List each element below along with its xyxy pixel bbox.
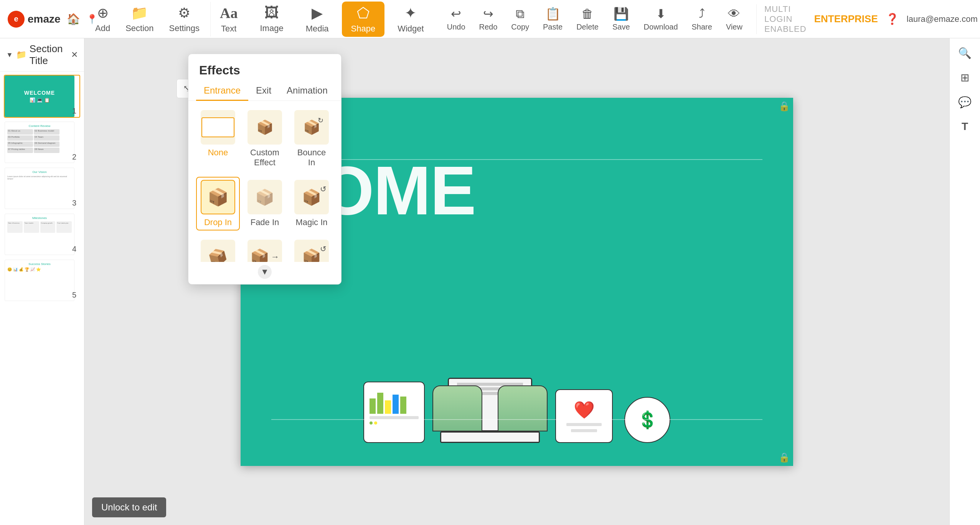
effect-roll[interactable]: 📦 Roll In [196,237,240,262]
tab-exit[interactable]: Exit [248,81,279,101]
section-title-header: ▼ 📁 Section Title ✕ [0,38,84,72]
slide-thumb-4[interactable]: Milestones Start of business Team Leader… [4,213,80,256]
tool-widget[interactable]: ✦ Widget [388,2,433,37]
settings-button[interactable]: ⚙ Settings [162,2,208,36]
effects-modal: Effects Entrance Exit Animation None 📦 C… [188,54,342,285]
effect-magic[interactable]: 📦 ↺ Magic In [290,177,333,230]
effect-bounce[interactable]: 📦 ↻ Bounce In [290,107,333,171]
tool-image[interactable]: 🖼 Image [251,2,293,36]
center-tools: Aa Text 🖼 Image ▶ Media ⬠ Shape ✦ Widget [211,2,433,37]
effect-slide[interactable]: 📦 → Slide In [243,237,287,262]
save-button[interactable]: 💾 Save [606,4,636,34]
section-icon: 📁 [131,5,148,21]
tool-shape[interactable]: ⬠ Shape [342,2,385,37]
emaze-logo[interactable]: e emaze [8,11,61,28]
delete-button[interactable]: 🗑 Delete [570,5,605,34]
effect-drop-icon: 📦 [208,187,229,207]
paste-button[interactable]: 📋 Paste [537,4,569,34]
tab-animation[interactable]: Animation [279,81,335,101]
add-button[interactable]: ⊕ Add [87,2,118,36]
shape-icon: ⬠ [357,5,370,21]
slide3-preview: Our Vision Lorem ipsum dolor sit amet co… [5,168,74,209]
slide-thumb-3[interactable]: Our Vision Lorem ipsum dolor sit amet co… [4,167,80,210]
chart-card [363,382,425,443]
unlock-bar[interactable]: Unlock to edit [92,497,166,517]
canvas-lock-top: 🔒 [779,101,790,112]
effects-grid: None 📦 Custom Effect 📦 ↻ Bounce In 📦 [188,101,341,262]
effect-bounce-label: Bounce In [293,148,330,168]
slide-thumb-2[interactable]: Content Review 01 About us 02 Business m… [4,121,80,164]
undo-button[interactable]: ↩ Undo [441,4,472,34]
folder-icon: 📁 [16,50,26,60]
effect-drop[interactable]: 📦 Drop In [196,177,240,230]
effect-custom-thumb: 📦 [247,110,282,145]
rs-grid-icon[interactable]: ⊞ [954,67,976,88]
save-icon: 💾 [614,7,629,21]
effect-roll-icon: 📦 [206,246,229,262]
slide4-preview: Milestones Start of business Team Leader… [5,214,74,255]
share-button[interactable]: ⤴ Share [686,5,718,34]
effect-magic-label: Magic In [295,217,327,227]
effect-none-thumb [201,110,235,145]
slide-thumb-5[interactable]: Success Stories 😊📊💰 🏆📈⭐ 5 [4,259,80,302]
effect-custom[interactable]: 📦 Custom Effect [243,107,287,171]
view-button[interactable]: 👁 View [720,5,749,34]
tool-text[interactable]: Aa Text [211,2,247,37]
effect-fade-thumb: 📦 [247,180,282,214]
settings-icon: ⚙ [178,5,190,21]
user-email[interactable]: laura@emaze.com [907,14,978,24]
canvas-lock-bottom: 🔒 [779,452,790,463]
slide-number-5: 5 [72,291,76,300]
image-icon: 🖼 [264,5,279,21]
help-icon[interactable]: ❓ [886,13,899,25]
slide1-preview: WELCOME 📊 💻 📋 [5,76,74,117]
effect-tilt[interactable]: 📦 ↺ Tilt In [290,237,333,262]
logo-area: e emaze 🏠 📍 [0,11,84,28]
download-button[interactable]: ⬇ Download [638,4,684,34]
slide-thumb-1[interactable]: WELCOME 📊 💻 📋 1 [4,75,80,118]
effects-scroll-button[interactable]: ▼ [188,262,341,284]
scroll-chevron-down-icon: ▼ [258,265,272,279]
section-button[interactable]: 📁 Section [118,2,161,36]
slide1-icons: 📊 💻 📋 [30,97,50,103]
effect-bounce-thumb: 📦 ↻ [294,110,329,145]
section-title-text: Section Title [30,43,71,67]
add-section-settings-group: ⊕ Add 📁 Section ⚙ Settings [84,2,211,36]
slide2-preview: Content Review 01 About us 02 Business m… [5,122,74,163]
slide-number-4: 4 [72,245,76,253]
slide-number-1: 1 [72,107,76,115]
effect-fade[interactable]: 📦 Fade In [243,177,287,230]
effect-fade-label: Fade In [251,217,279,227]
redo-icon: ↪ [483,7,493,21]
home-icon[interactable]: 🏠 [67,13,80,25]
section-collapse-arrow[interactable]: ▼ [6,51,13,59]
slide-number-3: 3 [72,199,76,207]
tab-entrance[interactable]: Entrance [196,81,248,101]
rs-text-format-icon[interactable]: T [954,116,976,137]
right-sidebar: 🔍 ⊞ 💬 T [949,38,980,525]
view-icon: 👁 [728,7,740,21]
tool-media[interactable]: ▶ Media [297,2,338,37]
effect-drop-label: Drop In [204,217,232,227]
effect-custom-icon: 📦 [256,119,274,135]
emaze-logo-text: emaze [28,13,61,25]
dollar-card: 💲 [624,397,670,443]
effect-drop-thumb: 📦 [201,180,235,214]
sidebar: ▼ 📁 Section Title ✕ WELCOME 📊 💻 📋 1 Cont… [0,38,84,525]
rs-chat-icon[interactable]: 💬 [954,91,976,113]
effect-slide-thumb: 📦 → [247,240,282,262]
canvas-line-bottom [271,419,762,420]
delete-icon: 🗑 [581,7,594,21]
redo-button[interactable]: ↪ Redo [473,4,504,34]
right-tools: ↩ Undo ↪ Redo ⧉ Copy 📋 Paste 🗑 Delete 💾 … [433,4,756,34]
emaze-logo-icon: e [8,11,25,28]
effects-title: Effects [199,63,240,77]
effect-none[interactable]: None [196,107,240,171]
canvas-illustration: ❤️ 💲 [363,347,670,443]
copy-button[interactable]: ⧉ Copy [505,5,535,34]
section-close-icon[interactable]: ✕ [71,50,78,60]
add-icon: ⊕ [97,5,109,21]
effect-fade-icon: 📦 [255,188,274,206]
rs-search-icon[interactable]: 🔍 [954,42,976,64]
slide5-preview: Success Stories 😊📊💰 🏆📈⭐ [5,260,74,301]
